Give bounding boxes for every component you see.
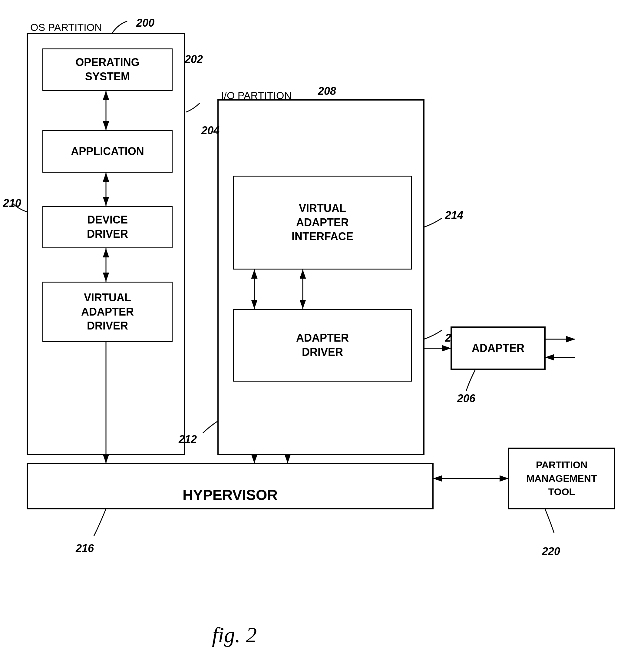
adapter-driver-box: ADAPTERDRIVER (233, 309, 412, 382)
device-driver-box: DEVICEDRIVER (42, 206, 173, 248)
figure-label: fig. 2 (212, 623, 257, 648)
partition-management-tool-label: PARTITIONMANAGEMENTTOOL (509, 448, 615, 509)
svg-rect-5 (218, 100, 424, 454)
ref-202: 202 (185, 53, 203, 66)
operating-system-box: OPERATINGSYSTEM (42, 48, 173, 91)
hypervisor-label: HYPERVISOR (27, 472, 433, 518)
os-partition-label: OS PARTITION (30, 21, 102, 34)
ref-206: 206 (457, 392, 475, 405)
ref-214: 214 (445, 209, 463, 222)
ref-210: 210 (3, 197, 21, 209)
ref-220: 220 (542, 545, 560, 558)
ref-200: 200 (136, 17, 155, 29)
ref-216: 216 (76, 542, 94, 555)
ref-204: 204 (201, 124, 219, 137)
diagram: OS PARTITION 200 OPERATINGSYSTEM 202 APP… (0, 0, 644, 672)
virtual-adapter-interface-box: VIRTUALADAPTERINTERFACE (233, 176, 412, 269)
adapter-box: ADAPTER (451, 327, 545, 370)
application-box: APPLICATION (42, 130, 173, 172)
ref-212: 212 (179, 433, 197, 446)
ref-208: 208 (318, 85, 336, 97)
virtual-adapter-driver-box: VIRTUALADAPTERDRIVER (42, 281, 173, 342)
io-partition-label: I/O PARTITION (221, 89, 292, 102)
